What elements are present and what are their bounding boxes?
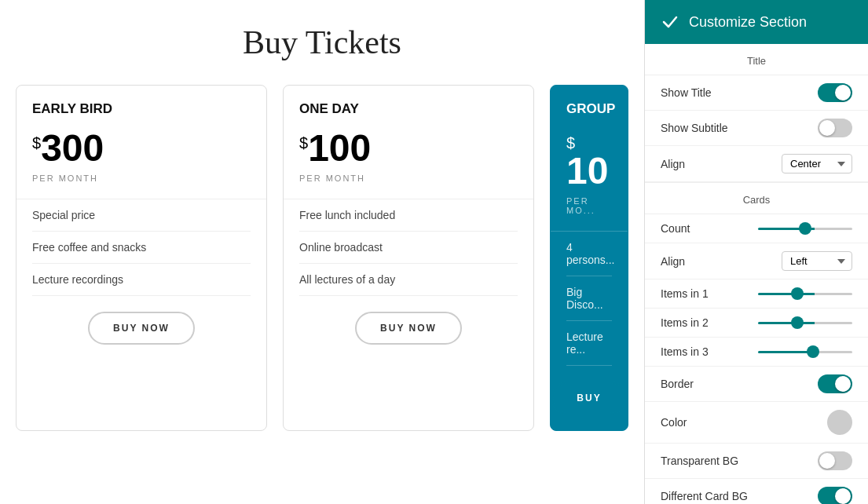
price-amount: 300 [41,127,104,169]
main-content: Buy Tickets EARLY BIRD $300 PER MONTH Sp… [0,0,644,504]
sidebar: Customize Section Title Show Title Show … [644,0,868,504]
price-amount: 10 [566,150,608,192]
feature-item: Lecture re... [566,321,612,366]
title-align-row: Align Center Left Right [645,146,868,182]
different-card-bg-row: Different Card BG [645,479,868,504]
dollar-sign: $ [299,134,308,152]
items-in-3-label: Items in 3 [661,345,709,358]
items-in-1-slider-container [758,293,852,295]
feature-item: Free coffee and snacks [32,232,251,264]
price-period-one-day: PER MONTH [299,173,518,183]
feature-item: Online broadcast [299,232,518,264]
feature-item: All lectures of a day [299,264,518,296]
count-slider-container [758,228,852,230]
items-in-1-label: Items in 1 [661,287,709,300]
feature-item: Big Disco... [566,276,612,321]
border-row: Border [645,367,868,402]
transparent-bg-label: Transparent BG [661,455,738,467]
sidebar-body: Title Show Title Show Subtitle Align Cen… [645,44,868,504]
title-section-header: Title [645,44,868,75]
dollar-sign: $ [32,134,41,152]
sidebar-title: Customize Section [689,14,807,31]
check-icon [661,13,679,31]
buy-now-button-one-day[interactable]: BUY NOW [355,312,462,345]
buy-now-button-early-bird[interactable]: BUY NOW [88,312,195,345]
feature-item: Special price [32,199,251,232]
transparent-bg-row: Transparent BG [645,444,868,479]
border-label: Border [661,378,694,390]
items-in-3-slider-container [758,351,852,353]
cards-section-header: Cards [645,182,868,214]
sidebar-header: Customize Section [645,0,868,44]
price-group: $10 [566,130,612,190]
items-in-3-slider[interactable] [758,351,852,353]
color-picker[interactable] [827,410,852,435]
ticket-card-one-day: ONE DAY $100 PER MONTH Free lunch includ… [283,85,534,431]
color-label: Color [661,416,687,429]
cards-container: EARLY BIRD $300 PER MONTH Special price … [16,85,628,431]
cards-align-row: Align Left Center Right [645,243,868,279]
show-subtitle-label: Show Subtitle [661,122,728,134]
count-slider[interactable] [758,228,852,230]
show-subtitle-toggle[interactable] [818,119,852,137]
items-in-2-slider-container [758,322,852,324]
title-align-label: Align [661,158,685,170]
transparent-bg-toggle[interactable] [818,451,852,470]
card-title-group: GROUP [566,101,612,117]
feature-item: 4 persons... [566,232,612,276]
card-title-early-bird: EARLY BIRD [32,101,251,117]
cards-align-dropdown[interactable]: Left Center Right [782,251,852,271]
feature-item: Free lunch included [299,199,518,232]
price-period-early-bird: PER MONTH [32,173,251,183]
feature-item: Lecture recordings [32,264,251,296]
items-in-1-row: Items in 1 [645,279,868,309]
card-title-one-day: ONE DAY [299,101,518,117]
color-row: Color [645,402,868,444]
show-title-label: Show Title [661,86,712,99]
cards-align-label: Align [661,255,685,268]
show-title-row: Show Title [645,75,868,111]
different-card-bg-toggle[interactable] [818,487,852,504]
items-in-2-label: Items in 2 [661,316,709,329]
title-align-dropdown[interactable]: Center Left Right [782,154,852,173]
show-title-toggle[interactable] [818,83,852,102]
price-early-bird: $300 [32,130,251,167]
ticket-card-early-bird: EARLY BIRD $300 PER MONTH Special price … [16,85,267,431]
show-subtitle-row: Show Subtitle [645,111,868,146]
count-row: Count [645,214,868,243]
count-label: Count [661,222,690,235]
items-in-3-row: Items in 3 [645,338,868,367]
price-period-group: PER MO... [566,196,612,215]
different-card-bg-label: Different Card BG [661,490,748,502]
price-amount: 100 [308,127,371,169]
ticket-card-group: GROUP $10 PER MO... 4 persons... Big Dis… [550,85,628,431]
items-in-2-row: Items in 2 [645,309,868,338]
border-toggle[interactable] [818,374,852,393]
items-in-1-slider[interactable] [758,293,852,295]
price-one-day: $100 [299,130,518,167]
page-title: Buy Tickets [243,24,401,61]
items-in-2-slider[interactable] [758,322,852,324]
buy-now-button-group[interactable]: BUY [551,382,626,415]
